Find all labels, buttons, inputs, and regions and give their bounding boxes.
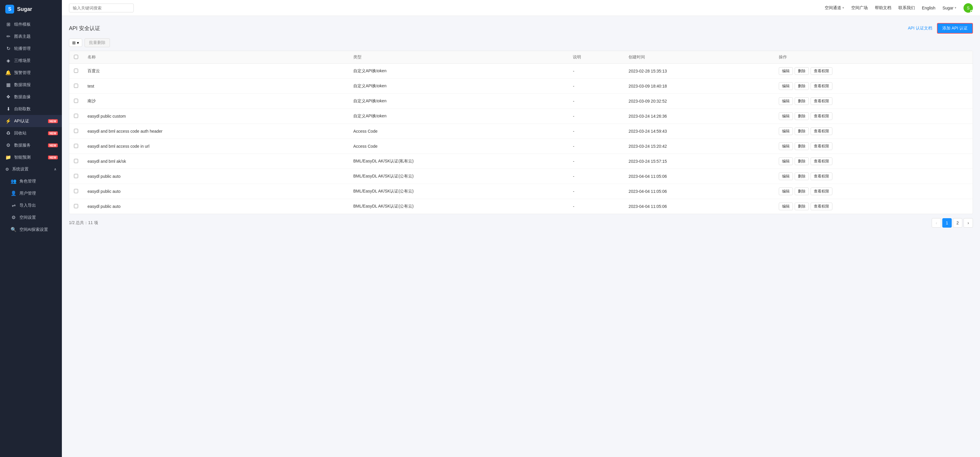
3d-scene-icon: ◈ [5, 58, 11, 63]
view-permissions-button-2[interactable]: 查看权限 [811, 97, 832, 105]
row-checkbox-4[interactable] [74, 129, 78, 133]
col-desc: 说明 [568, 51, 624, 64]
add-api-button[interactable]: 添加 API 认证 [937, 23, 973, 34]
cell-name-8: easydl public auto [83, 184, 348, 199]
edit-button-2[interactable]: 编辑 [779, 97, 793, 105]
view-permissions-button-7[interactable]: 查看权限 [811, 173, 832, 180]
cell-actions-7: 编辑 删除 查看权限 [774, 169, 973, 184]
sidebar-item-data-service[interactable]: ⚙ 数据服务 NEW [0, 139, 62, 151]
sidebar-item-label: 预警管理 [14, 70, 31, 75]
sidebar-item-space-settings[interactable]: ⚙ 空间设置 [0, 211, 62, 224]
row-checkbox-cell [69, 124, 83, 139]
space-channel-dropdown[interactable]: 空间通道 ▾ [825, 5, 844, 11]
api-doc-link[interactable]: API 认证文档 [908, 26, 932, 31]
view-permissions-button-5[interactable]: 查看权限 [811, 142, 832, 150]
edit-button-3[interactable]: 编辑 [779, 112, 793, 120]
cell-name-9: easydl public auto [83, 199, 348, 214]
edit-button-0[interactable]: 编辑 [779, 67, 793, 75]
sidebar-item-role-mgmt[interactable]: 👥 角色管理 [0, 175, 62, 187]
import-export-icon: ⇌ [11, 203, 16, 208]
space-plaza-link[interactable]: 空间广场 [851, 5, 868, 11]
cell-desc-7: - [568, 169, 624, 184]
row-checkbox-7[interactable] [74, 174, 78, 178]
delete-button-0[interactable]: 删除 [795, 67, 809, 75]
delete-button-4[interactable]: 删除 [795, 127, 809, 135]
view-permissions-button-6[interactable]: 查看权限 [811, 157, 832, 165]
cell-created-8: 2023-04-04 11:05:06 [624, 184, 774, 199]
edit-button-4[interactable]: 编辑 [779, 127, 793, 135]
cell-created-4: 2023-03-24 14:59:43 [624, 124, 774, 139]
data-lineage-icon: ❖ [5, 94, 11, 100]
next-page-button[interactable]: › [964, 218, 973, 228]
row-checkbox-0[interactable] [74, 69, 78, 73]
view-permissions-button-8[interactable]: 查看权限 [811, 187, 832, 195]
sidebar-item-user-mgmt[interactable]: 👤 用户管理 [0, 187, 62, 199]
contact-us-link[interactable]: 联系我们 [898, 5, 915, 11]
space-settings-icon: ⚙ [11, 215, 16, 220]
delete-button-8[interactable]: 删除 [795, 187, 809, 195]
edit-button-7[interactable]: 编辑 [779, 173, 793, 180]
table-header: 名称 类型 说明 创建时间 操作 [69, 51, 973, 64]
view-permissions-button-9[interactable]: 查看权限 [811, 203, 832, 210]
brand-logo[interactable]: S Sugar [0, 0, 62, 18]
page-2-button[interactable]: 2 [953, 218, 963, 228]
sidebar-item-self-service[interactable]: ⬇ 自助取数 [0, 103, 62, 115]
main-area: 空间通道 ▾ 空间广场 帮助文档 联系我们 English Sugar ▾ S … [62, 0, 980, 457]
sidebar-item-ai-search[interactable]: 🔍 空间AI探索设置 [0, 224, 62, 236]
table-row: easydl public auto BML/EasyDL AK/SK认证(公有… [69, 184, 973, 199]
edit-button-9[interactable]: 编辑 [779, 203, 793, 210]
cell-actions-9: 编辑 删除 查看权限 [774, 199, 973, 214]
recycle-badge: NEW [48, 131, 58, 135]
ai-search-icon: 🔍 [11, 227, 16, 232]
cell-created-5: 2023-03-24 15:20:42 [624, 139, 774, 154]
edit-button-6[interactable]: 编辑 [779, 157, 793, 165]
cell-actions-3: 编辑 删除 查看权限 [774, 109, 973, 124]
prev-page-button[interactable]: ‹ [932, 218, 941, 228]
grid-view-button[interactable]: ⊞ ▾ [69, 38, 82, 47]
sidebar-item-data-lineage[interactable]: ❖ 数据血缘 [0, 91, 62, 103]
batch-delete-button[interactable]: 批量删除 [84, 38, 110, 47]
row-checkbox-2[interactable] [74, 99, 78, 103]
edit-button-1[interactable]: 编辑 [779, 82, 793, 90]
view-permissions-button-0[interactable]: 查看权限 [811, 67, 832, 75]
sidebar-item-ai-predict[interactable]: 📁 智能预测 NEW [0, 151, 62, 163]
sidebar-item-chart-theme[interactable]: ✏ 图表主题 [0, 30, 62, 42]
table-row: easydl and bml access code auth header A… [69, 124, 973, 139]
row-checkbox-9[interactable] [74, 204, 78, 208]
row-checkbox-8[interactable] [74, 189, 78, 193]
row-checkbox-6[interactable] [74, 159, 78, 163]
search-input[interactable] [69, 3, 134, 13]
view-permissions-button-3[interactable]: 查看权限 [811, 112, 832, 120]
page-1-button[interactable]: 1 [942, 218, 952, 228]
sidebar-item-system-settings[interactable]: ⚙ 系统设置 ∧ [0, 163, 62, 175]
delete-button-9[interactable]: 删除 [795, 203, 809, 210]
delete-button-6[interactable]: 删除 [795, 157, 809, 165]
delete-button-3[interactable]: 删除 [795, 112, 809, 120]
row-checkbox-1[interactable] [74, 84, 78, 88]
delete-button-5[interactable]: 删除 [795, 142, 809, 150]
delete-button-1[interactable]: 删除 [795, 82, 809, 90]
sidebar-item-carousel[interactable]: ↻ 轮播管理 [0, 42, 62, 54]
avatar[interactable]: S [964, 3, 973, 13]
delete-button-7[interactable]: 删除 [795, 173, 809, 180]
delete-button-2[interactable]: 删除 [795, 97, 809, 105]
sidebar-item-recycle[interactable]: ♻ 回收站 NEW [0, 127, 62, 139]
view-permissions-button-4[interactable]: 查看权限 [811, 127, 832, 135]
sidebar-item-3d-scene[interactable]: ◈ 三维场景 [0, 54, 62, 67]
sidebar-item-import-export[interactable]: ⇌ 导入导出 [0, 199, 62, 211]
view-permissions-button-1[interactable]: 查看权限 [811, 82, 832, 90]
sidebar-item-components[interactable]: ⊞ 组件模板 [0, 18, 62, 30]
edit-button-5[interactable]: 编辑 [779, 142, 793, 150]
sidebar-item-data-fill[interactable]: ▦ 数据填报 [0, 79, 62, 91]
select-all-checkbox[interactable] [74, 55, 78, 59]
language-switch[interactable]: English [922, 6, 935, 10]
user-dropdown[interactable]: Sugar ▾ [943, 6, 956, 10]
sidebar-item-label: 图表主题 [14, 34, 31, 39]
row-checkbox-3[interactable] [74, 114, 78, 118]
cell-actions-8: 编辑 删除 查看权限 [774, 184, 973, 199]
sidebar-item-api-auth[interactable]: ⚡ API认证 NEW [0, 115, 62, 127]
help-docs-link[interactable]: 帮助文档 [875, 5, 891, 11]
row-checkbox-5[interactable] [74, 144, 78, 148]
edit-button-8[interactable]: 编辑 [779, 187, 793, 195]
sidebar-item-alert[interactable]: 🔔 预警管理 [0, 67, 62, 79]
